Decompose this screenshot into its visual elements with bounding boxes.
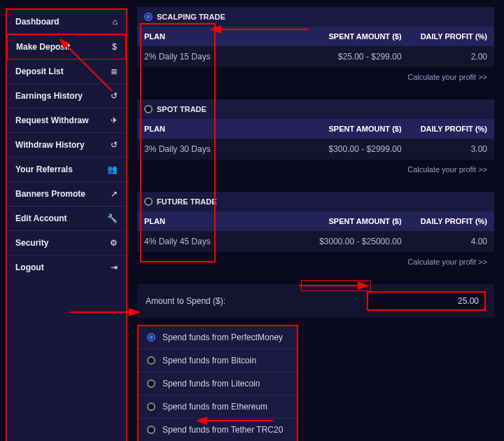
sidebar-item-edit-account[interactable]: Edit Account 🔧 — [7, 206, 126, 231]
sidebar-item-withdraw-history[interactable]: Withdraw History ↺ — [7, 133, 126, 158]
col-profit: DAILY PROFIT (%) — [409, 211, 494, 231]
send-icon: ✈ — [111, 115, 118, 125]
pay-option-label: Spend funds from Litecoin — [162, 379, 260, 388]
plan-select-future[interactable]: FUTURE TRADE — [137, 192, 494, 211]
dollar-icon: $ — [112, 42, 117, 52]
plan-title: SPOT TRADE — [157, 105, 206, 113]
plan-title: FUTURE TRADE — [157, 197, 217, 206]
radio-icon — [144, 13, 153, 21]
pay-option-perfectmoney[interactable]: Spend funds from PerfectMoney — [139, 326, 297, 349]
sidebar-item-label: Edit Account — [15, 214, 67, 223]
plan-columns: PLAN SPENT AMOUNT ($) DAILY PROFIT (%) — [137, 211, 494, 231]
sidebar-item-request-withdraw[interactable]: Request Withdraw ✈ — [7, 108, 126, 133]
radio-icon — [147, 379, 155, 388]
plan-select-spot[interactable]: SPOT TRADE — [137, 99, 494, 119]
pay-option-ethereum[interactable]: Spend funds from Ethereum — [139, 396, 297, 419]
sidebar: Dashboard ⌂ Make Deposit $ Deposit List … — [6, 8, 127, 441]
col-plan: PLAN — [137, 27, 302, 46]
radio-icon — [144, 197, 153, 206]
plan-columns: PLAN SPENT AMOUNT ($) DAILY PROFIT (%) — [137, 119, 494, 139]
sidebar-item-label: Logout — [15, 262, 44, 272]
col-spent: SPENT AMOUNT ($) — [302, 27, 409, 46]
plan-title: SCALPING TRADE — [157, 13, 225, 21]
main-panel: SCALPING TRADE PLAN SPENT AMOUNT ($) DAI… — [136, 6, 498, 441]
history-icon: ↺ — [111, 140, 118, 150]
plan-profit: 3.00 — [409, 139, 494, 160]
plan-card-spot: SPOT TRADE PLAN SPENT AMOUNT ($) DAILY P… — [137, 99, 494, 179]
radio-icon — [144, 105, 153, 113]
plan-spent: $300.00 - $2999.00 — [302, 139, 409, 160]
radio-icon — [147, 356, 155, 365]
plan-row: 3% Daily 30 Days $300.00 - $2999.00 3.00 — [137, 139, 494, 160]
plan-select-scalping[interactable]: SCALPING TRADE — [137, 7, 494, 27]
plan-desc: 2% Daily 15 Days — [137, 46, 302, 67]
sidebar-item-label: Withdraw History — [15, 140, 85, 150]
sidebar-item-security[interactable]: Security ⚙ — [7, 231, 126, 255]
plan-profit: 2.00 — [409, 46, 494, 67]
plan-desc: 4% Daily 45 Days — [137, 231, 302, 252]
pay-option-label: Spend funds from Ethereum — [162, 402, 267, 412]
sidebar-item-dashboard[interactable]: Dashboard ⌂ — [7, 10, 126, 34]
sidebar-item-banners-promote[interactable]: Banners Promote ↗ — [7, 182, 126, 206]
users-icon: 👥 — [107, 164, 118, 174]
sidebar-item-label: Banners Promote — [15, 189, 85, 199]
amount-label: Amount to Spend ($): — [146, 296, 225, 306]
plan-spent: $25.00 - $299.00 — [302, 46, 409, 67]
col-profit: DAILY PROFIT (%) — [409, 27, 494, 46]
plan-desc: 3% Daily 30 Days — [137, 139, 302, 160]
radio-icon — [147, 402, 155, 411]
plan-spent: $3000.00 - $25000.00 — [302, 231, 409, 252]
sidebar-item-label: Your Referrals — [15, 164, 73, 174]
sidebar-item-earnings-history[interactable]: Earnings History ↺ — [7, 84, 126, 108]
plan-profit: 4.00 — [409, 231, 494, 252]
plan-card-scalping: SCALPING TRADE PLAN SPENT AMOUNT ($) DAI… — [137, 7, 494, 87]
pay-option-bitcoin[interactable]: Spend funds from Bitcoin — [139, 349, 297, 372]
wrench-icon: 🔧 — [107, 214, 118, 223]
sidebar-item-deposit-list[interactable]: Deposit List ≣ — [7, 59, 126, 84]
sidebar-item-label: Earnings History — [15, 91, 83, 101]
col-profit: DAILY PROFIT (%) — [409, 119, 494, 139]
amount-row: Amount to Spend ($): — [137, 284, 494, 318]
history-icon: ↺ — [111, 91, 118, 101]
sidebar-item-label: Deposit List — [15, 66, 64, 76]
pay-option-label: Spend funds from Bitcoin — [162, 356, 256, 365]
calculate-profit-link[interactable]: Calculate your profit >> — [137, 67, 494, 87]
calculate-profit-link[interactable]: Calculate your profit >> — [137, 252, 494, 272]
amount-input[interactable] — [367, 291, 486, 311]
pay-option-label: Spend funds from PerfectMoney — [162, 332, 283, 342]
gear-icon: ⚙ — [110, 238, 118, 248]
sidebar-item-label: Security — [15, 238, 48, 248]
col-plan: PLAN — [137, 119, 302, 139]
sidebar-item-label: Dashboard — [15, 17, 59, 27]
external-link-icon: ↗ — [111, 189, 118, 199]
radio-icon — [147, 426, 155, 434]
home-icon: ⌂ — [113, 17, 118, 27]
plan-row: 2% Daily 15 Days $25.00 - $299.00 2.00 — [137, 46, 494, 67]
payment-method-list: Spend funds from PerfectMoney Spend fund… — [137, 325, 298, 441]
sidebar-item-label: Request Withdraw — [15, 115, 89, 125]
sidebar-item-your-referrals[interactable]: Your Referrals 👥 — [7, 158, 126, 182]
pay-option-label: Spend funds from Tether TRC20 — [162, 425, 283, 435]
calculate-profit-link[interactable]: Calculate your profit >> — [137, 160, 494, 179]
plan-columns: PLAN SPENT AMOUNT ($) DAILY PROFIT (%) — [137, 27, 494, 46]
logout-icon: ⇥ — [111, 262, 118, 272]
pay-option-litecoin[interactable]: Spend funds from Litecoin — [139, 372, 297, 396]
list-icon: ≣ — [111, 66, 118, 76]
col-spent: SPENT AMOUNT ($) — [302, 211, 409, 231]
radio-icon — [147, 333, 155, 342]
sidebar-item-make-deposit[interactable]: Make Deposit $ — [6, 34, 127, 60]
pay-option-tether[interactable]: Spend funds from Tether TRC20 — [139, 419, 297, 441]
col-plan: PLAN — [137, 211, 302, 231]
plan-row: 4% Daily 45 Days $3000.00 - $25000.00 4.… — [137, 231, 494, 252]
col-spent: SPENT AMOUNT ($) — [302, 119, 409, 139]
plan-card-future: FUTURE TRADE PLAN SPENT AMOUNT ($) DAILY… — [137, 192, 494, 272]
sidebar-item-logout[interactable]: Logout ⇥ — [7, 255, 126, 279]
sidebar-item-label: Make Deposit — [16, 42, 70, 52]
